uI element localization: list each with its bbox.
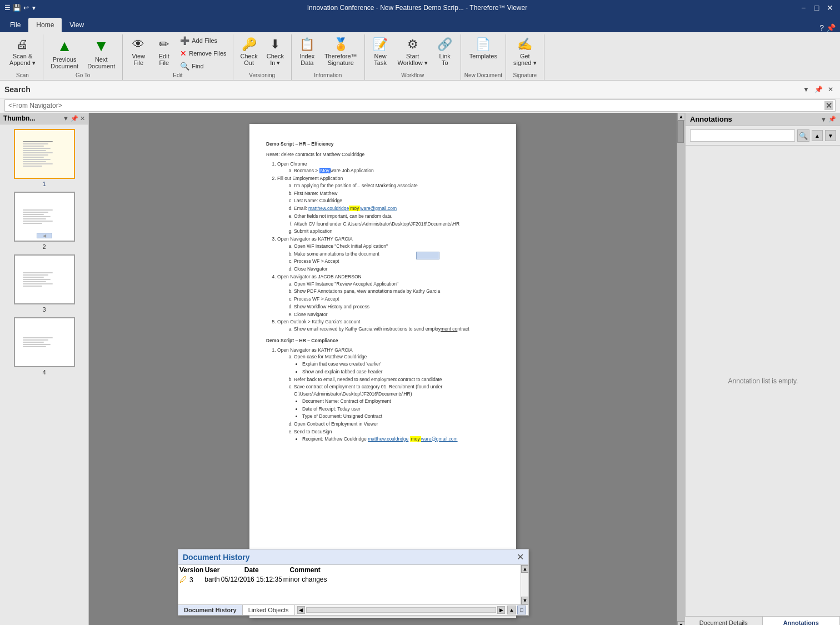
tab-document-details[interactable]: Document Details	[685, 617, 763, 625]
search-pin-button[interactable]: 📌	[813, 84, 823, 94]
document-history-scrollbar-v[interactable]: ▲ ▼	[521, 565, 528, 604]
get-signed-label: Getsigned ▾	[513, 53, 536, 67]
hist-h-scroll-track[interactable]	[306, 607, 496, 613]
doc-list-item: Explain that case was created 'earlier'	[302, 361, 499, 368]
scroll-track[interactable]	[677, 121, 684, 621]
thumbnail-item-2[interactable]: ◀ 2	[11, 192, 78, 250]
maximize-button[interactable]: □	[811, 2, 822, 13]
thumbnail-panel-controls: ▼ 📌 ✕	[63, 115, 85, 122]
main-area: Thumbn... ▼ 📌 ✕	[0, 113, 840, 625]
thumbnail-image-3[interactable]	[14, 254, 75, 304]
edit-small-col: ➕ Add Files ✕ Remove Files 🔍 Find	[177, 34, 229, 72]
get-signed-button[interactable]: ✍ Getsigned ▾	[509, 34, 540, 69]
minimize-button[interactable]: −	[798, 2, 809, 13]
app-icon: ☰	[4, 4, 11, 12]
help-icon[interactable]: ?	[819, 23, 824, 32]
remove-files-button[interactable]: ✕ Remove Files	[177, 47, 229, 59]
table-row[interactable]: 🖊3 barth 05/12/2016 15:12:35 minor chang…	[179, 575, 327, 584]
therefore-signature-button[interactable]: 🏅 Therefore™Signature	[321, 34, 361, 69]
hist-h-scroll: ◀ ▶	[295, 606, 507, 614]
doc-list-item: Date of Receipt: Today user	[302, 406, 499, 413]
title-bar-left: ☰ 💾 ↩ ▼	[4, 4, 37, 12]
annotations-pin-button[interactable]: 📌	[828, 116, 836, 123]
scroll-thumb[interactable]	[677, 121, 684, 143]
thumbnail-dropdown-button[interactable]: ▼	[63, 115, 69, 122]
app-icon-dropdown[interactable]: ▼	[31, 5, 37, 11]
hist-expand-button[interactable]: ▲	[507, 606, 516, 614]
doc-list-item: First Name: Matthew	[294, 190, 499, 197]
doc-history-tab-history[interactable]: Document History	[178, 605, 243, 615]
annotations-nav-down-button[interactable]: ▼	[825, 130, 836, 141]
find-button[interactable]: 🔍 Find	[177, 60, 229, 72]
document-content: Demo Script – HR – Efficiency Reset: del…	[89, 113, 677, 625]
thumbnail-num-4: 4	[42, 369, 46, 376]
ribbon-tab-view[interactable]: View	[62, 18, 92, 32]
doc-list-item: Open Navigator as JACOB ANDERSON Open WF…	[277, 273, 499, 318]
next-document-label: NextDocument	[87, 56, 115, 69]
search-input[interactable]	[4, 99, 836, 112]
doc-list-item: Save contract of employment to category …	[294, 383, 499, 420]
check-in-button[interactable]: ⬇ CheckIn ▾	[263, 34, 288, 69]
scan-append-button[interactable]: 🖨 Scan &Append ▾	[6, 34, 39, 69]
search-close-button[interactable]: ✕	[826, 84, 836, 94]
previous-document-button[interactable]: ▲ PreviousDocument	[47, 34, 82, 72]
thumbnail-item-3[interactable]: 3	[11, 254, 78, 313]
scan-append-label: Scan &Append ▾	[9, 53, 36, 67]
tab-annotations[interactable]: Annotations	[763, 617, 841, 625]
hist-h-scroll-left[interactable]: ◀	[297, 606, 305, 614]
thumbnail-image-1[interactable]	[14, 129, 75, 179]
hist-h-scroll-right[interactable]: ▶	[497, 606, 505, 614]
previous-document-label: PreviousDocument	[51, 56, 78, 69]
annotations-search-input[interactable]	[690, 129, 795, 142]
scroll-down-button[interactable]: ▼	[677, 621, 684, 625]
add-files-button[interactable]: ➕ Add Files	[177, 34, 229, 47]
get-signed-icon: ✍	[517, 37, 532, 52]
thumbnail-list: 1 ◀	[0, 124, 88, 625]
doc-list-item: Open Navigator as KATHY GARCIA Open WF I…	[277, 236, 499, 273]
templates-button[interactable]: 📄 Templates	[466, 34, 501, 66]
start-workflow-button[interactable]: ⚙ StartWorkflow ▾	[394, 34, 432, 69]
search-controls: ▼ 📌 ✕	[801, 84, 836, 94]
thumbnail-image-4[interactable]	[14, 317, 75, 367]
templates-label: Templates	[469, 53, 497, 59]
pin-icon[interactable]: 📌	[826, 23, 836, 32]
check-out-button[interactable]: 🔑 CheckOut	[237, 34, 262, 69]
doc-scrollbar-vertical[interactable]: ▲ ▼	[677, 113, 684, 625]
search-clear-button[interactable]: ✕	[824, 101, 833, 110]
thumbnail-close-button[interactable]: ✕	[80, 115, 85, 122]
doc-list-item: Show and explain tabbed case header	[302, 368, 499, 376]
thumbnail-image-2[interactable]: ◀	[14, 192, 75, 242]
ribbon-tab-home[interactable]: Home	[28, 18, 62, 32]
hist-scroll-track[interactable]	[521, 573, 528, 597]
thumbnail-num-2: 2	[42, 243, 46, 250]
document-history-close-button[interactable]: ✕	[517, 552, 524, 562]
close-button[interactable]: ✕	[824, 2, 836, 13]
col-comment: Comment	[283, 566, 327, 574]
ribbon-tab-file[interactable]: File	[2, 18, 28, 32]
next-document-button[interactable]: ▼ NextDocument	[83, 34, 119, 72]
thumbnail-lines-3	[21, 270, 68, 289]
doc-reset-line: Reset: delete contracts for Matthew Coul…	[266, 151, 499, 158]
doc-list-item: Process WF > Accept	[294, 258, 499, 265]
hist-scroll-down-button[interactable]: ▼	[521, 597, 528, 604]
annotations-dropdown-button[interactable]: ▼	[821, 116, 827, 123]
thumbnail-item-4[interactable]: 4	[11, 317, 78, 376]
scroll-up-button[interactable]: ▲	[677, 113, 684, 121]
email-link: matthew.couldridge	[308, 206, 349, 211]
cell-date: 05/12/2016 15:12:35	[221, 575, 282, 584]
view-file-button[interactable]: 👁 ViewFile	[126, 34, 151, 69]
new-task-button[interactable]: 📝 NewTask	[368, 34, 393, 69]
search-dropdown-button[interactable]: ▼	[801, 84, 811, 94]
edit-file-button[interactable]: ✏ EditFile	[152, 34, 176, 69]
annotations-search-button[interactable]: 🔍	[797, 129, 809, 142]
hist-page-button[interactable]: □	[517, 606, 526, 614]
thumbnail-item-1[interactable]: 1	[11, 129, 78, 187]
therefore-signature-label: Therefore™Signature	[324, 53, 357, 66]
doc-history-tab-linked[interactable]: Linked Objects	[243, 605, 295, 615]
thumbnail-pin-button[interactable]: 📌	[71, 115, 78, 122]
index-data-button[interactable]: 📋 IndexData	[295, 34, 319, 69]
doc-section-2-title: Demo Script – HR – Compliance	[266, 337, 499, 344]
annotations-nav-up-button[interactable]: ▲	[812, 130, 823, 141]
link-to-button[interactable]: 🔗 LinkTo	[433, 34, 457, 69]
hist-scroll-up-button[interactable]: ▲	[521, 565, 528, 573]
